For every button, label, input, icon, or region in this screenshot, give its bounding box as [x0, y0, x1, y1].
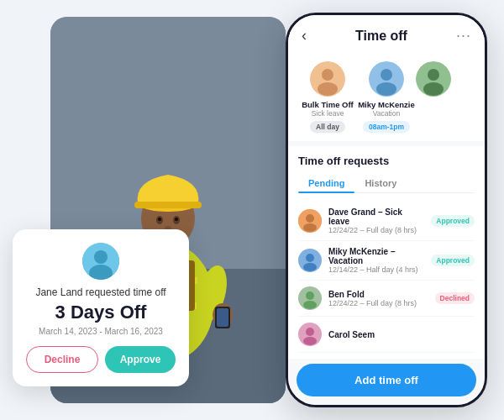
carol-avatar: [298, 323, 322, 346]
requests-section: Time off requests Pending History Dave G…: [288, 146, 485, 359]
request-item-carol[interactable]: Carol Seem: [298, 317, 475, 353]
avatar-scroll-row: Bulk Time Off Sick leave All day Miky Mc…: [288, 53, 485, 141]
ben-status: Declined: [435, 292, 475, 304]
carol-info: Carol Seem: [328, 330, 475, 339]
request-text-label: Jane Land requested time off: [35, 286, 165, 298]
miky-badge: 08am-1pm: [363, 121, 410, 133]
svg-point-40: [306, 254, 314, 262]
svg-point-46: [306, 328, 314, 336]
tab-history[interactable]: History: [354, 174, 407, 192]
miky-req-detail: 12/14/22 – Half day (4 hrs): [328, 265, 424, 274]
svg-point-28: [322, 69, 333, 81]
third-avatar-item[interactable]: [416, 61, 451, 133]
dave-name: Dave Grand – Sick leave: [328, 207, 424, 226]
requests-section-title: Time off requests: [298, 155, 475, 167]
days-off-label: 3 Days Off: [26, 302, 176, 323]
third-avatar: [416, 61, 451, 97]
decline-button[interactable]: Decline: [26, 346, 98, 373]
dave-avatar: [298, 209, 322, 233]
miky-req-status: Approved: [431, 255, 475, 266]
svg-point-29: [318, 82, 338, 96]
action-buttons: Decline Approve: [26, 346, 176, 373]
miky-avatar: [369, 61, 404, 97]
miky-type: Vacation: [357, 109, 416, 118]
dave-detail: 12/24/22 – Full day (8 hrs): [328, 226, 424, 234]
tabs-row: Pending History: [298, 174, 475, 193]
add-timeoff-button[interactable]: Add time off: [297, 364, 476, 396]
dave-status: Approved: [431, 215, 475, 227]
svg-point-25: [94, 250, 108, 264]
request-item-ben[interactable]: Ben Fold 12/24/22 – Full day (8 hrs) Dec…: [298, 281, 475, 317]
mobile-phone: ‹ Time off ··· Bulk Time Off Sick leave …: [286, 13, 487, 407]
svg-point-35: [423, 82, 444, 96]
ben-detail: 12/24/22 – Full day (8 hrs): [328, 299, 428, 307]
miky-avatar-item[interactable]: Miky McKenzie Vacation 08am-1pm: [357, 61, 416, 133]
screen-title: Time off: [355, 29, 407, 44]
miky-name: Miky McKenzie: [357, 100, 416, 109]
carol-name: Carol Seem: [328, 330, 475, 339]
bulk-timeoff-type: Sick leave: [298, 109, 357, 118]
svg-point-43: [306, 291, 314, 300]
miky-req-info: Miky McKenzie – Vacation 12/14/22 – Half…: [328, 247, 424, 274]
phone-screen: ‹ Time off ··· Bulk Time Off Sick leave …: [288, 15, 485, 405]
svg-point-34: [428, 69, 439, 81]
jane-land-avatar: [82, 243, 119, 280]
ben-name: Ben Fold: [328, 290, 428, 299]
svg-point-20: [175, 218, 178, 221]
svg-point-47: [303, 337, 317, 345]
ben-avatar: [298, 286, 322, 310]
notification-card: Jane Land requested time off 3 Days Off …: [13, 229, 189, 386]
dave-info: Dave Grand – Sick leave 12/24/22 – Full …: [328, 207, 424, 234]
svg-rect-12: [217, 308, 228, 327]
phone-header: ‹ Time off ···: [288, 15, 485, 53]
approve-button[interactable]: Approve: [105, 346, 176, 373]
svg-point-44: [303, 301, 317, 309]
ben-info: Ben Fold 12/24/22 – Full day (8 hrs): [328, 290, 428, 307]
svg-point-32: [376, 82, 396, 96]
svg-point-19: [158, 218, 161, 221]
svg-point-38: [303, 223, 317, 232]
svg-point-37: [306, 214, 314, 223]
svg-point-41: [303, 263, 317, 271]
tab-pending[interactable]: Pending: [298, 174, 354, 192]
bulk-timeoff-name: Bulk Time Off: [298, 100, 357, 109]
bulk-timeoff-badge: All day: [310, 121, 345, 133]
bulk-timeoff-avatar: [310, 61, 345, 97]
svg-rect-23: [134, 202, 202, 208]
bulk-timeoff-avatar-item[interactable]: Bulk Time Off Sick leave All day: [298, 61, 357, 133]
date-range-label: March 14, 2023 - March 16, 2023: [26, 327, 176, 336]
miky-req-avatar: [298, 249, 322, 272]
miky-req-name: Miky McKenzie – Vacation: [328, 247, 424, 265]
notification-text: Jane Land requested time off: [26, 286, 176, 298]
request-item-miky[interactable]: Miky McKenzie – Vacation 12/14/22 – Half…: [298, 241, 475, 281]
svg-point-31: [381, 69, 392, 81]
more-options-button[interactable]: ···: [456, 27, 471, 45]
back-button[interactable]: ‹: [302, 27, 307, 45]
request-item-dave[interactable]: Dave Grand – Sick leave 12/24/22 – Full …: [298, 202, 475, 241]
